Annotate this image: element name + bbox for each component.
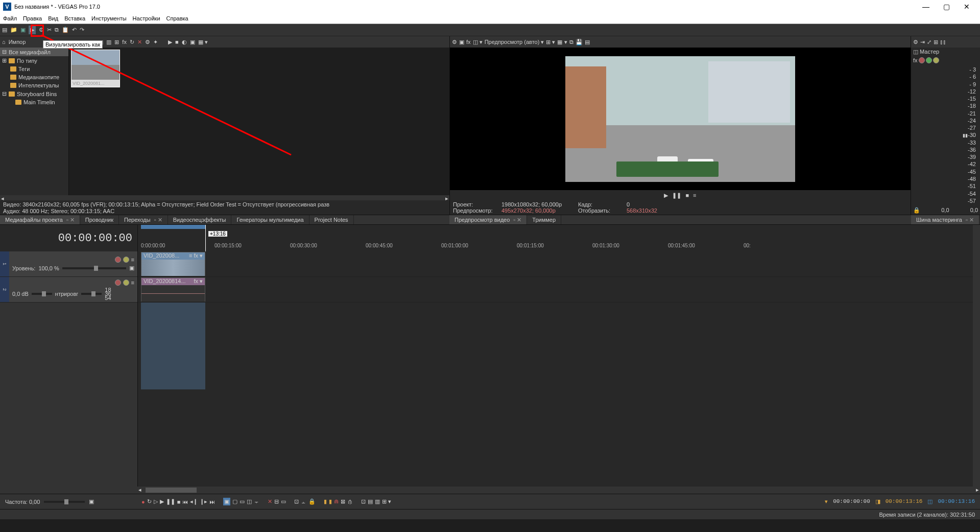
rate-reset-icon[interactable]: ▣ xyxy=(89,498,94,505)
tool-icon[interactable]: ▭ xyxy=(240,498,245,505)
properties-icon[interactable]: ⚙ xyxy=(39,27,44,33)
master-mute-icon[interactable] xyxy=(919,57,925,63)
empty-lane[interactable] xyxy=(138,303,973,389)
marker-icon[interactable]: ▾ xyxy=(825,498,828,505)
dock-tab[interactable]: Медиафайлы проекта ▫ ✕ xyxy=(0,215,80,224)
dock-tab[interactable]: Project Notes xyxy=(309,215,354,224)
master-tb-icon[interactable]: ⤢ xyxy=(927,39,931,45)
master-fx-icon[interactable]: fx xyxy=(913,57,918,63)
media-gear-icon[interactable]: ⚙ xyxy=(145,39,150,45)
master-solo-icon[interactable] xyxy=(926,57,932,63)
prev-frame-icon[interactable]: ◂❙ xyxy=(190,498,198,505)
tool-icon[interactable]: ⊠ xyxy=(341,498,345,505)
tab-close-icon[interactable]: ▫ ✕ xyxy=(66,217,75,223)
preview-play-icon[interactable]: ▶ xyxy=(664,192,668,199)
track-mute-icon[interactable] xyxy=(115,280,121,286)
track-max-icon[interactable]: ▣ xyxy=(129,265,134,271)
dock-tab[interactable]: Переходы ▫ ✕ xyxy=(119,215,168,224)
tool-icon[interactable]: ▮ xyxy=(329,498,332,505)
tool-icon[interactable]: ▢ xyxy=(232,498,237,505)
tc-cursor[interactable]: 00:00:00:00 xyxy=(833,498,870,505)
clip-fx-icon[interactable]: ≡ fx ▾ xyxy=(189,252,203,260)
timeline-v-scrollbar[interactable] xyxy=(973,225,980,251)
undo-icon[interactable]: ↶ xyxy=(72,27,77,33)
track-more-icon[interactable]: ≡ xyxy=(131,280,134,286)
go-end-icon[interactable]: ⏭ xyxy=(209,499,215,505)
track-level-slider[interactable] xyxy=(62,267,126,269)
save-icon[interactable]: ▣ xyxy=(20,27,26,33)
media-home-icon[interactable]: ⌂ xyxy=(2,39,6,45)
track-solo-icon[interactable] xyxy=(123,280,129,286)
tab-close-icon[interactable]: ▫ ✕ xyxy=(513,217,521,223)
media-stop-icon[interactable]: ■ xyxy=(175,39,179,45)
close-button[interactable]: ✕ xyxy=(957,3,977,11)
dock-tab[interactable]: Генераторы мультимедиа xyxy=(231,215,309,224)
master-tb-icon[interactable]: ⫿⫿ xyxy=(940,39,946,45)
preview-fx-icon[interactable]: fx xyxy=(466,39,471,45)
lock-icon[interactable]: 🔒 xyxy=(913,207,920,214)
record-icon[interactable]: ● xyxy=(141,499,145,505)
menu-view[interactable]: Вид xyxy=(48,15,58,21)
media-tb-icon[interactable]: ▣ xyxy=(190,39,195,45)
tool-delete-icon[interactable]: ✕ xyxy=(268,498,272,505)
tree-all-media[interactable]: ⊟Все медиафайл xyxy=(0,48,68,56)
pause-icon[interactable]: ❚❚ xyxy=(166,498,175,505)
audio-track-header[interactable]: 2 ≡ 0,0 dBнтрировг 183654 xyxy=(0,277,137,303)
menu-help[interactable]: Справка xyxy=(166,15,188,21)
media-thumb[interactable]: VID_2020081... xyxy=(71,50,120,87)
preview-save-icon[interactable]: 💾 xyxy=(576,39,583,45)
menu-options[interactable]: Настройки xyxy=(133,15,160,21)
tree-tags[interactable]: Теги xyxy=(0,65,68,73)
paste-icon[interactable]: 📋 xyxy=(62,27,69,33)
go-start-icon[interactable]: ⏮ xyxy=(182,499,188,505)
tab-close-icon[interactable]: ▫ ✕ xyxy=(154,217,162,223)
media-play-icon[interactable]: ▶ xyxy=(168,39,172,45)
tool-icon[interactable]: ⫛ xyxy=(347,499,353,505)
tool-icon[interactable]: ▮ xyxy=(324,498,327,505)
tool-edit-icon[interactable]: ▣ xyxy=(223,498,230,505)
master-auto-icon[interactable] xyxy=(933,57,939,63)
dock-tab[interactable]: Предпросмотр видео ▫ ✕ xyxy=(449,215,527,224)
minimize-button[interactable]: — xyxy=(916,3,936,11)
track-mute-icon[interactable] xyxy=(115,257,121,263)
tool-icon[interactable]: ▥ xyxy=(375,498,380,505)
track-solo-icon[interactable] xyxy=(123,257,129,263)
tree-media-storage[interactable]: Медианакопите xyxy=(0,73,68,81)
menu-edit[interactable]: Правка xyxy=(23,15,42,21)
tool-icon[interactable]: ⊞ ▾ xyxy=(382,498,391,505)
snap-icon[interactable]: ⊡ xyxy=(294,498,299,505)
preview-icon[interactable]: ▤ xyxy=(585,39,590,45)
preview-copy-icon[interactable]: ⧉ xyxy=(569,39,573,45)
track-lanes[interactable]: VID_202008...≡ fx ▾ VID_20200814...fx ▾ xyxy=(137,251,973,487)
next-frame-icon[interactable]: ❙▸ xyxy=(200,498,207,505)
audio-lane[interactable]: VID_20200814...fx ▾ xyxy=(138,277,973,303)
timeline-v-scrollbar[interactable] xyxy=(973,251,980,487)
tree-smart[interactable]: Интеллектуалы xyxy=(0,81,68,89)
media-tb-icon[interactable]: ▥ xyxy=(106,39,111,45)
menu-tools[interactable]: Инструменты xyxy=(91,15,127,21)
rate-slider[interactable] xyxy=(44,501,85,503)
media-delete-icon[interactable]: ✕ xyxy=(137,39,142,45)
tc-selection-length[interactable]: 00:00:13:16 xyxy=(938,498,975,505)
tree-main-timeline[interactable]: Main Timelin xyxy=(0,98,68,106)
video-track-header[interactable]: 1 ≡ Уровень:100,0 %▣ xyxy=(0,251,137,277)
copy-icon[interactable]: ⧉ xyxy=(55,27,59,33)
open-icon[interactable]: 📁 xyxy=(10,27,17,33)
cut-icon[interactable]: ✂ xyxy=(47,27,52,33)
media-h-scrollbar[interactable]: ◂▸ xyxy=(0,195,449,200)
maximize-button[interactable]: ▢ xyxy=(936,3,957,11)
dock-tab[interactable]: Проводник xyxy=(80,215,119,224)
tool-magnet-icon[interactable]: ⋒ xyxy=(334,498,339,505)
clip-fx-icon[interactable]: fx ▾ xyxy=(194,278,203,285)
track-vol-slider[interactable] xyxy=(32,293,52,295)
media-tb-icon[interactable]: ⊞ xyxy=(114,39,119,45)
dock-tab[interactable]: Шина мастеринга ▫ ✕ xyxy=(911,215,979,224)
new-project-icon[interactable]: ▤ xyxy=(2,27,7,33)
tool-icon[interactable]: ⊟ xyxy=(274,498,279,505)
render-as-icon[interactable]: ▶ xyxy=(29,26,36,34)
master-tb-icon[interactable]: ⇥ xyxy=(920,39,925,45)
media-view-icon[interactable]: ▦ ▾ xyxy=(198,39,208,45)
tool-split-icon[interactable]: ⫟ xyxy=(254,499,259,505)
media-thumbnails[interactable]: VID_2020081... xyxy=(69,48,449,195)
preview-ext-icon[interactable]: ▣ xyxy=(459,39,464,45)
